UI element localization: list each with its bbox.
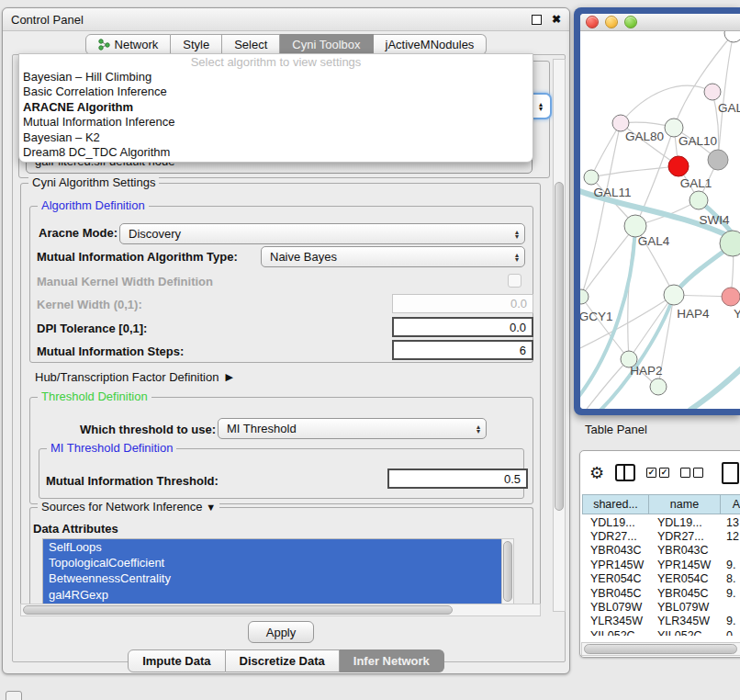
table-row[interactable]: YER054C YER054C 8. <box>582 572 740 586</box>
tab-cyni-toolbox[interactable]: Cyni Toolbox <box>280 34 373 55</box>
mi-type-label: Mutual Information Algorithm Type: <box>37 250 238 264</box>
dropdown-item[interactable]: Basic Correlation Inference <box>19 85 533 99</box>
attribute-item[interactable]: TopologicalCoefficient <box>43 555 513 570</box>
settings-hscroll-thumb[interactable] <box>23 605 453 615</box>
manual-kernel-label: Manual Kernel Width Definition <box>37 275 213 288</box>
gear-icon[interactable]: ⚙ <box>589 465 604 481</box>
node-gal-partial[interactable] <box>704 84 721 100</box>
dropdown-item-selected[interactable]: ARACNE Algorithm <box>19 100 533 115</box>
label-gal10: GAL10 <box>678 134 717 148</box>
node-bottom[interactable] <box>650 378 667 395</box>
attribute-item[interactable]: BetweennessCentrality <box>43 570 513 586</box>
table-row[interactable]: YDL19... YDL19... 13 <box>582 515 740 529</box>
manual-kernel-checkbox[interactable] <box>508 274 521 288</box>
node-gal1[interactable] <box>690 191 708 209</box>
cell-name: YIL052C <box>649 629 721 636</box>
table-row[interactable]: YBL079W YBL079W <box>582 600 740 614</box>
network-view-window[interactable]: GAL GAL80 GAL10 GAL1 GAL11 GAL4 SWI4 HAP… <box>574 7 740 415</box>
label-gal80: GAL80 <box>625 130 664 143</box>
table-hscroll-thumb[interactable] <box>584 644 737 654</box>
cell-name: YBL079W <box>649 601 721 614</box>
threshold-definition-title: Threshold Definition <box>38 390 151 403</box>
tab-infer-network[interactable]: Infer Network <box>340 649 444 672</box>
dropdown-item[interactable]: Mutual Information Inference <box>19 115 533 130</box>
arrow-down-icon: ▾ <box>515 234 519 239</box>
apply-button[interactable]: Apply <box>248 621 314 643</box>
tab-style[interactable]: Style <box>171 34 222 55</box>
tab-impute-data[interactable]: Impute Data <box>128 649 225 672</box>
control-panel-window: Control Panel ✖ Network Style Se <box>2 7 570 674</box>
kernel-width-value: 0.0 <box>510 297 527 310</box>
mi-steps-field[interactable]: 6 <box>392 340 533 360</box>
which-threshold-combo[interactable]: MI Threshold ▴ ▾ <box>218 418 487 439</box>
node-gal11[interactable] <box>584 170 599 185</box>
table-row-partial[interactable]: YIL052C YIL052C 0 <box>582 628 740 636</box>
mac-zoom-button[interactable] <box>624 16 637 28</box>
table-row[interactable]: YPR145W YPR145W 9. <box>582 558 740 571</box>
mi-threshold-field[interactable]: 0.5 <box>387 469 528 489</box>
node-hap4[interactable] <box>664 285 684 305</box>
aracne-mode-combo[interactable]: Discovery ▴ ▾ <box>119 223 525 244</box>
settings-horizontal-scrollbar[interactable] <box>20 604 541 616</box>
tab-jactivemnodules[interactable]: jActiveMNodules <box>374 34 488 55</box>
mi-steps-value: 6 <box>520 344 526 357</box>
which-threshold-value: MI Threshold <box>227 422 297 435</box>
attributes-vscroll-thumb[interactable] <box>503 541 512 602</box>
mi-type-combo[interactable]: Naive Bayes ▴ ▾ <box>261 246 525 267</box>
tab-discretize-data[interactable]: Discretize Data <box>226 649 340 672</box>
control-panel-titlebar: Control Panel ✖ <box>3 8 569 31</box>
dropdown-item[interactable]: Bayesian – Hill Climbing <box>19 70 533 85</box>
expander-down-icon[interactable]: ▼ <box>206 502 216 513</box>
table-body: YDL19... YDL19... 13 YDR27... YDR27... 1… <box>582 515 740 636</box>
cell-value: 13 <box>721 516 740 529</box>
node-gcy1[interactable] <box>580 289 589 304</box>
network-canvas[interactable]: GAL GAL80 GAL10 GAL1 GAL11 GAL4 SWI4 HAP… <box>580 31 740 409</box>
tab-select-label: Select <box>234 38 267 51</box>
float-window-icon[interactable] <box>532 15 542 25</box>
mac-minimize-button[interactable] <box>605 16 618 28</box>
tab-select[interactable]: Select <box>222 34 280 55</box>
table-row[interactable]: YBR043C YBR043C <box>582 544 740 558</box>
mi-steps-label: Mutual Information Steps: <box>37 344 184 358</box>
document-icon[interactable] <box>722 462 739 484</box>
table-horizontal-scrollbar[interactable] <box>581 642 740 656</box>
select-all-checks-icon[interactable]: ✓ ✓ <box>646 468 669 478</box>
mac-close-button[interactable] <box>586 16 599 28</box>
node-salmon[interactable] <box>722 288 740 306</box>
column-header-shared-name[interactable]: shared... <box>582 494 649 514</box>
label-gcy1: GCY1 <box>580 310 612 323</box>
column-header-name[interactable]: name <box>649 494 721 514</box>
column-layout-icon[interactable] <box>615 464 635 481</box>
tab-network[interactable]: Network <box>85 34 172 55</box>
attributes-vertical-scrollbar[interactable] <box>501 538 514 606</box>
cell-shared-name: YDR27... <box>582 530 649 543</box>
table-row[interactable]: YDR27... YDR27... 12 <box>582 529 740 543</box>
hub-definition-expander[interactable]: Hub/Transcription Factor Definition ▶ <box>35 370 233 384</box>
table-panel: ⚙ ✓ ✓ shared... name A YDL19... YDL19...… <box>579 450 740 658</box>
tab-infer-network-label: Infer Network <box>353 654 430 668</box>
node-gray[interactable] <box>708 150 728 170</box>
settings-vertical-scrollbar[interactable] <box>553 59 566 612</box>
dropdown-item[interactable]: Bayesian – K2 <box>19 130 533 145</box>
tab-jactivemnodules-label: jActiveMNodules <box>386 38 475 51</box>
cell-shared-name: YBR045C <box>582 587 649 600</box>
cell-shared-name: YER054C <box>582 572 649 585</box>
mi-threshold-label: Mutual Information Threshold: <box>46 474 219 488</box>
deselect-all-checks-icon[interactable] <box>680 468 703 478</box>
dpi-tolerance-field[interactable]: 0.0 <box>392 317 533 337</box>
settings-vscroll-thumb[interactable] <box>555 182 564 511</box>
attribute-item[interactable]: SelfLoops <box>43 539 513 555</box>
dropdown-item[interactable]: Dream8 DC_TDC Algorithm <box>19 145 533 160</box>
column-header-partial[interactable]: A <box>721 494 740 514</box>
algorithm-dropdown-popup: Select algorithm to view settings Bayesi… <box>18 53 533 163</box>
close-icon[interactable]: ✖ <box>552 14 561 25</box>
node-red-selected[interactable] <box>668 156 689 176</box>
cell-name: YPR145W <box>649 559 721 571</box>
combo-arrows-icon: ▴ ▾ <box>510 230 524 239</box>
bottom-tab-bar: Impute Data Discretize Data Infer Networ… <box>3 649 569 672</box>
table-row[interactable]: YBR045C YBR045C 9. <box>582 586 740 600</box>
network-icon <box>98 39 110 51</box>
attribute-item[interactable]: gal4RGexp <box>43 587 513 603</box>
table-row[interactable]: YLR345W YLR345W 9. <box>582 615 740 628</box>
panel-corner-button[interactable] <box>6 691 22 700</box>
